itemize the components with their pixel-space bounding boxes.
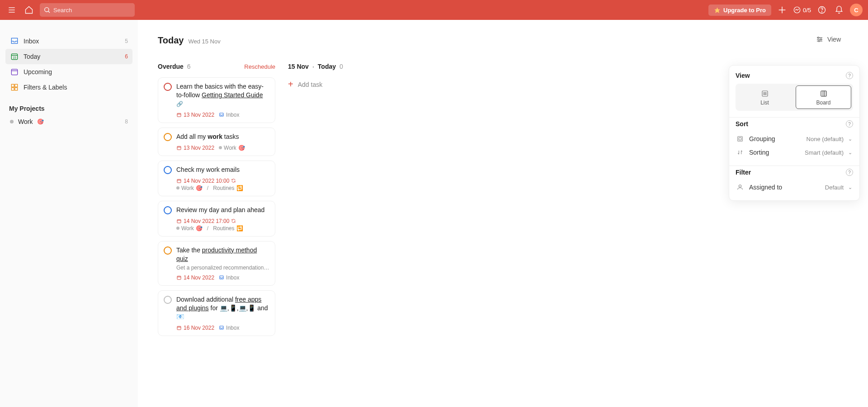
filters-icon xyxy=(10,83,19,92)
svg-rect-34 xyxy=(177,219,181,223)
project-chip: Inbox xyxy=(219,274,239,281)
chevron-down-icon: ⌄ xyxy=(848,136,852,142)
svg-rect-38 xyxy=(177,327,181,330)
task-checkbox[interactable] xyxy=(164,206,172,214)
svg-rect-48 xyxy=(739,137,741,140)
svg-point-49 xyxy=(739,185,741,187)
due-date: 14 Nov 2022 10:00 xyxy=(176,178,236,184)
task-checkbox[interactable] xyxy=(164,133,172,141)
today-icon: 15 xyxy=(10,52,19,61)
upgrade-button[interactable]: Upgrade to Pro xyxy=(708,5,771,16)
column-date: 15 Nov xyxy=(288,63,309,70)
search-box[interactable] xyxy=(40,3,135,17)
task-checkbox[interactable] xyxy=(164,296,172,304)
task-card[interactable]: Review my day and plan ahead14 Nov 2022 … xyxy=(158,201,275,237)
sidebar-item-upcoming[interactable]: Upcoming xyxy=(5,64,132,80)
task-checkbox[interactable] xyxy=(164,246,172,255)
upgrade-label: Upgrade to Pro xyxy=(723,7,766,14)
project-count: 8 xyxy=(125,118,128,125)
due-date: 16 Nov 2022 xyxy=(176,325,214,331)
view-button[interactable]: View xyxy=(816,35,841,43)
view-mode-board[interactable]: Board xyxy=(796,85,851,109)
project-item-work[interactable]: Work 🎯 8 xyxy=(5,115,132,128)
svg-point-3 xyxy=(45,8,49,12)
sidebar-item-filters[interactable]: Filters & Labels xyxy=(5,80,132,95)
page-subtitle: Wed 15 Nov xyxy=(188,38,220,45)
column-title: Today xyxy=(318,63,336,70)
view-panel: View ? List Board Sort xyxy=(729,65,860,201)
task-checkbox[interactable] xyxy=(164,83,172,91)
task-card[interactable]: Add all my work tasks13 Nov 2022Work 🎯 xyxy=(158,128,275,156)
sidebar-item-label: Today xyxy=(24,53,40,60)
sidebar-item-label: Inbox xyxy=(24,38,39,45)
sidebar-item-count: 5 xyxy=(125,38,128,44)
svg-rect-21 xyxy=(15,88,18,90)
svg-rect-14 xyxy=(11,69,17,75)
add-task-button[interactable]: + Add task xyxy=(288,77,406,91)
svg-rect-30 xyxy=(177,146,181,150)
star-icon xyxy=(714,7,721,14)
avatar[interactable]: C xyxy=(850,4,863,16)
project-chip: Inbox xyxy=(219,112,239,118)
board-icon xyxy=(820,90,828,98)
sidebar: Inbox 5 15 Today 6 Upcoming Filters & La… xyxy=(0,20,138,407)
svg-line-4 xyxy=(48,11,50,13)
home-icon[interactable] xyxy=(23,4,35,16)
help-icon[interactable]: ? xyxy=(846,72,853,79)
search-icon xyxy=(43,6,51,14)
grouping-row[interactable]: Grouping None (default) ⌄ xyxy=(736,132,853,146)
notifications-icon[interactable] xyxy=(833,4,845,16)
progress-text: 0/5 xyxy=(803,7,811,14)
svg-rect-18 xyxy=(11,84,14,87)
list-icon xyxy=(761,90,769,98)
chevron-down-icon: ⌄ xyxy=(848,185,852,190)
svg-rect-36 xyxy=(177,276,181,280)
sliders-icon xyxy=(816,35,824,43)
add-icon[interactable] xyxy=(776,4,788,16)
help-icon[interactable]: ? xyxy=(846,169,853,176)
task-card[interactable]: Take the productivity method quizGet a p… xyxy=(158,241,275,286)
chevron-down-icon: ⌄ xyxy=(848,150,852,156)
task-card[interactable]: Download additional free apps and plugin… xyxy=(158,290,275,336)
sidebar-item-inbox[interactable]: Inbox 5 xyxy=(5,33,132,49)
task-card[interactable]: Learn the basics with the easy-to-follow… xyxy=(158,77,275,123)
menu-icon[interactable] xyxy=(5,4,18,16)
project-chip: Work 🎯 xyxy=(176,225,203,232)
search-input[interactable] xyxy=(53,7,131,14)
grouping-icon xyxy=(736,135,745,142)
task-card[interactable]: Check my work emails14 Nov 2022 10:00 Wo… xyxy=(158,161,275,196)
due-date: 13 Nov 2022 xyxy=(176,145,214,151)
help-icon[interactable] xyxy=(816,4,828,16)
projects-section-title[interactable]: My Projects xyxy=(9,105,129,112)
svg-rect-44 xyxy=(821,91,826,96)
task-description: Get a personalized recommendation f… xyxy=(176,265,269,271)
svg-rect-20 xyxy=(11,88,14,90)
help-icon[interactable]: ? xyxy=(846,120,853,128)
task-title: Check my work emails xyxy=(176,166,240,174)
inbox-icon xyxy=(10,37,19,46)
sidebar-item-label: Upcoming xyxy=(24,68,52,76)
page-title: Today xyxy=(158,35,184,46)
sidebar-item-today[interactable]: 15 Today 6 xyxy=(5,49,132,64)
sidebar-item-label: Filters & Labels xyxy=(24,84,67,91)
task-title: Download additional free apps and plugin… xyxy=(176,295,269,321)
top-bar: Upgrade to Pro 0/5 C xyxy=(0,0,868,20)
reschedule-button[interactable]: Reschedule xyxy=(244,63,275,70)
svg-point-27 xyxy=(818,40,820,42)
assigned-row[interactable]: Assigned to Default ⌄ xyxy=(736,180,853,194)
project-chip: Inbox xyxy=(219,325,239,331)
task-checkbox[interactable] xyxy=(164,166,172,174)
person-icon xyxy=(736,184,745,191)
recurring-icon xyxy=(231,218,236,223)
column-count: 0 xyxy=(340,63,343,70)
svg-text:15: 15 xyxy=(13,56,16,59)
add-task-label: Add task xyxy=(298,81,322,88)
sorting-row[interactable]: Sorting Smart (default) ⌄ xyxy=(736,146,853,159)
svg-rect-19 xyxy=(15,84,18,87)
column-title: Overdue xyxy=(158,63,184,70)
view-mode-list[interactable]: List xyxy=(737,85,792,109)
filter-section-title: Filter xyxy=(736,169,751,176)
sorting-icon xyxy=(736,149,745,156)
project-label: Work xyxy=(18,118,33,125)
productivity-progress[interactable]: 0/5 xyxy=(793,6,811,14)
